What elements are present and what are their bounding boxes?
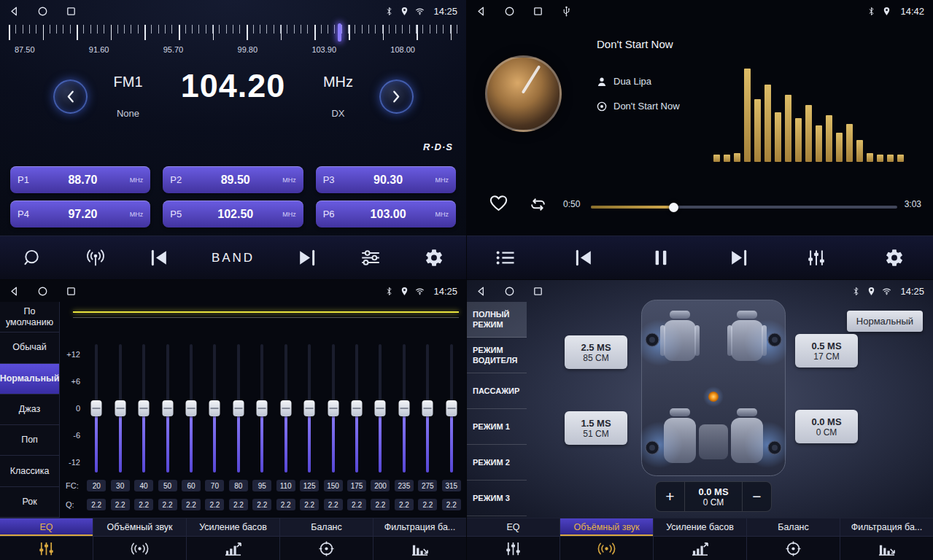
slider-handle[interactable] bbox=[422, 400, 433, 416]
eq-band-slider-0[interactable] bbox=[85, 344, 108, 472]
decrease-delay-button[interactable]: − bbox=[742, 482, 771, 511]
repeat-icon[interactable] bbox=[528, 195, 548, 214]
tab-bass-boost[interactable]: Усиление басов bbox=[187, 518, 280, 560]
eq-preset-item-6[interactable]: Рок bbox=[0, 487, 59, 518]
tab-balance[interactable]: Баланс bbox=[747, 518, 840, 560]
eq-band-slider-15[interactable] bbox=[440, 344, 463, 472]
stage-preset-button[interactable]: Нормальный bbox=[847, 311, 923, 332]
eq-preset-item-5[interactable]: Классика bbox=[0, 456, 59, 486]
eq-preset-item-1[interactable]: Обычай bbox=[0, 332, 59, 363]
eq-band-slider-2[interactable] bbox=[132, 344, 155, 472]
eq-preset-item-3[interactable]: Джаз bbox=[0, 394, 59, 425]
home-icon[interactable] bbox=[37, 286, 48, 297]
slider-handle[interactable] bbox=[398, 400, 409, 416]
delay-chip-front-left[interactable]: 2.5 MS 85 CM bbox=[565, 335, 627, 369]
slider-handle[interactable] bbox=[91, 400, 102, 416]
back-icon[interactable] bbox=[476, 286, 487, 297]
preset-button-p6[interactable]: P6103.00MHz bbox=[316, 201, 456, 228]
slider-handle[interactable] bbox=[139, 400, 150, 416]
eq-band-slider-10[interactable] bbox=[321, 344, 344, 472]
eq-band-slider-4[interactable] bbox=[179, 344, 203, 472]
eq-band-slider-13[interactable] bbox=[392, 344, 416, 472]
eq-preset-item-4[interactable]: Поп bbox=[0, 425, 59, 456]
slider-handle[interactable] bbox=[375, 400, 386, 416]
recents-icon[interactable] bbox=[66, 286, 77, 297]
tab-eq-faders[interactable]: EQ bbox=[467, 518, 560, 560]
scan-icon[interactable] bbox=[21, 248, 43, 268]
tab-eq-faders[interactable]: EQ bbox=[0, 518, 93, 560]
preset-button-p4[interactable]: P497.20MHz bbox=[10, 201, 150, 228]
eq-band-slider-9[interactable] bbox=[298, 344, 321, 472]
recents-icon[interactable] bbox=[533, 286, 543, 297]
eq-band-slider-14[interactable] bbox=[416, 344, 439, 472]
tune-down-button[interactable] bbox=[53, 79, 88, 114]
settings-icon[interactable] bbox=[883, 248, 905, 268]
pause-icon[interactable] bbox=[650, 248, 672, 268]
settings-icon[interactable] bbox=[423, 248, 445, 268]
slider-handle[interactable] bbox=[446, 400, 457, 416]
preset-button-p3[interactable]: P390.30MHz bbox=[316, 166, 456, 193]
eq-band-slider-8[interactable] bbox=[274, 344, 298, 472]
mode-item-0[interactable]: ПОЛНЫЙ РЕЖИМ bbox=[467, 302, 527, 338]
eq-preset-item-2[interactable]: Нормальный bbox=[0, 364, 59, 394]
tab-bass-boost[interactable]: Усиление басов bbox=[654, 518, 747, 560]
tab-crossover-filter[interactable]: Фильтрация ба... bbox=[840, 518, 933, 560]
back-icon[interactable] bbox=[9, 6, 20, 17]
delay-chip-rear-left[interactable]: 1.5 MS 51 CM bbox=[565, 411, 627, 445]
eq-band-slider-11[interactable] bbox=[345, 344, 368, 472]
mode-item-3[interactable]: РЕЖИМ 1 bbox=[467, 409, 527, 445]
home-icon[interactable] bbox=[504, 6, 515, 17]
slider-handle[interactable] bbox=[257, 400, 268, 416]
next-station-icon[interactable] bbox=[296, 248, 318, 268]
previous-station-icon[interactable] bbox=[148, 248, 170, 268]
preset-button-p5[interactable]: P5102.50MHz bbox=[163, 201, 303, 228]
mode-item-5[interactable]: РЕЖИМ 3 bbox=[467, 481, 527, 516]
eq-band-slider-5[interactable] bbox=[203, 344, 226, 472]
preset-button-p1[interactable]: P188.70MHz bbox=[10, 166, 150, 193]
eq-band-slider-1[interactable] bbox=[108, 344, 131, 472]
slider-handle[interactable] bbox=[233, 400, 244, 416]
delay-chip-rear-right[interactable]: 0.0 MS 0 CM bbox=[795, 410, 858, 443]
band-button[interactable]: BAND bbox=[212, 251, 255, 265]
favorite-icon[interactable] bbox=[489, 194, 508, 212]
eq-band-slider-12[interactable] bbox=[368, 344, 392, 472]
back-icon[interactable] bbox=[9, 286, 20, 297]
mode-item-2[interactable]: ПАССАЖИР bbox=[467, 373, 527, 409]
slider-handle[interactable] bbox=[209, 400, 220, 416]
seek-bar[interactable] bbox=[591, 206, 897, 209]
home-icon[interactable] bbox=[504, 286, 515, 297]
mode-item-4[interactable]: РЕЖИМ 2 bbox=[467, 445, 527, 481]
eq-band-slider-7[interactable] bbox=[250, 344, 274, 472]
eq-band-slider-6[interactable] bbox=[227, 344, 250, 472]
tune-up-button[interactable] bbox=[379, 79, 414, 114]
playlist-icon[interactable] bbox=[495, 248, 516, 268]
tab-surround-sound[interactable]: Объёмный звук bbox=[93, 518, 187, 560]
slider-handle[interactable] bbox=[304, 400, 315, 416]
slider-handle[interactable] bbox=[185, 400, 196, 416]
back-icon[interactable] bbox=[476, 6, 487, 17]
broadcast-icon[interactable] bbox=[85, 248, 107, 268]
tab-balance[interactable]: Баланс bbox=[280, 518, 373, 560]
tab-surround-sound[interactable]: Объёмный звук bbox=[560, 518, 654, 560]
tab-crossover-filter[interactable]: Фильтрация ба... bbox=[373, 518, 466, 560]
mixer-icon[interactable] bbox=[805, 248, 827, 268]
eq-band-slider-3[interactable] bbox=[155, 344, 179, 472]
eq-preset-item-0[interactable]: По умолчанию bbox=[0, 302, 59, 332]
slider-handle[interactable] bbox=[280, 400, 291, 416]
recents-icon[interactable] bbox=[66, 6, 77, 17]
slider-handle[interactable] bbox=[328, 400, 338, 416]
home-icon[interactable] bbox=[37, 6, 48, 17]
next-track-icon[interactable] bbox=[728, 248, 750, 268]
slider-handle[interactable] bbox=[162, 400, 173, 416]
recents-icon[interactable] bbox=[533, 6, 543, 17]
previous-track-icon[interactable] bbox=[573, 248, 595, 268]
frequency-ruler[interactable] bbox=[6, 23, 460, 42]
slider-handle[interactable] bbox=[115, 400, 125, 416]
tuner-indicator[interactable] bbox=[338, 23, 341, 42]
slider-handle[interactable] bbox=[352, 400, 363, 416]
progress-thumb[interactable] bbox=[669, 203, 678, 212]
preset-button-p2[interactable]: P289.50MHz bbox=[163, 166, 303, 193]
delay-chip-front-right[interactable]: 0.5 MS 17 CM bbox=[795, 334, 858, 368]
increase-delay-button[interactable]: + bbox=[656, 482, 685, 511]
equalizer-icon[interactable] bbox=[360, 248, 382, 268]
